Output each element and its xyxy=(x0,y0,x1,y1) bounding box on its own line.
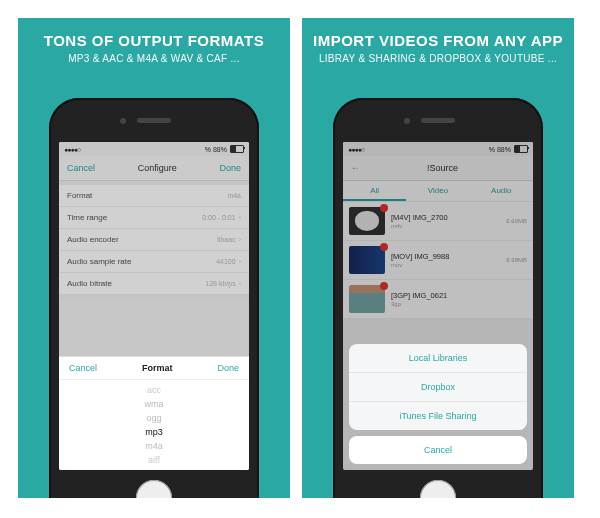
picker-wheel[interactable]: acc wma ogg mp3 m4a aiff xyxy=(59,380,249,470)
promo-card-import: IMPORT VIDEOS FROM ANY APP LIBRAY & SHAR… xyxy=(302,18,574,498)
import-action-sheet: Local Libraries Dropbox iTunes File Shar… xyxy=(349,344,527,464)
format-picker-sheet: Cancel Format Done acc wma ogg mp3 m4a a… xyxy=(59,356,249,470)
sheet-option-local[interactable]: Local Libraries xyxy=(349,344,527,373)
sheet-option-dropbox[interactable]: Dropbox xyxy=(349,373,527,402)
card-title: TONS OF OUTPUT FORMATS xyxy=(22,32,286,49)
picker-option[interactable]: acc xyxy=(147,383,161,397)
phone-mock-right: ●●●●○ % 88% ← !Source All Video Audio xyxy=(333,98,543,498)
picker-option[interactable]: wma xyxy=(144,397,163,411)
picker-option[interactable]: ogg xyxy=(146,411,161,425)
promo-card-formats: TONS OF OUTPUT FORMATS MP3 & AAC & M4A &… xyxy=(18,18,290,498)
sheet-option-itunes[interactable]: iTunes File Sharing xyxy=(349,402,527,430)
picker-option[interactable]: aiff xyxy=(148,453,160,467)
home-button[interactable] xyxy=(136,480,172,498)
picker-option[interactable]: m4a xyxy=(145,439,163,453)
picker-option-selected[interactable]: mp3 xyxy=(145,425,163,439)
picker-done[interactable]: Done xyxy=(217,363,239,373)
card-subtitle: LIBRAY & SHARING & DROPBOX & YOUTUBE ... xyxy=(306,53,570,64)
sheet-cancel[interactable]: Cancel xyxy=(349,436,527,464)
home-button[interactable] xyxy=(420,480,456,498)
card-subtitle: MP3 & AAC & M4A & WAV & CAF ... xyxy=(22,53,286,64)
picker-title: Format xyxy=(142,363,173,373)
phone-mock-left: ●●●●○ % 88% Cancel Configure Done Format… xyxy=(49,98,259,498)
card-title: IMPORT VIDEOS FROM ANY APP xyxy=(306,32,570,49)
picker-cancel[interactable]: Cancel xyxy=(69,363,97,373)
